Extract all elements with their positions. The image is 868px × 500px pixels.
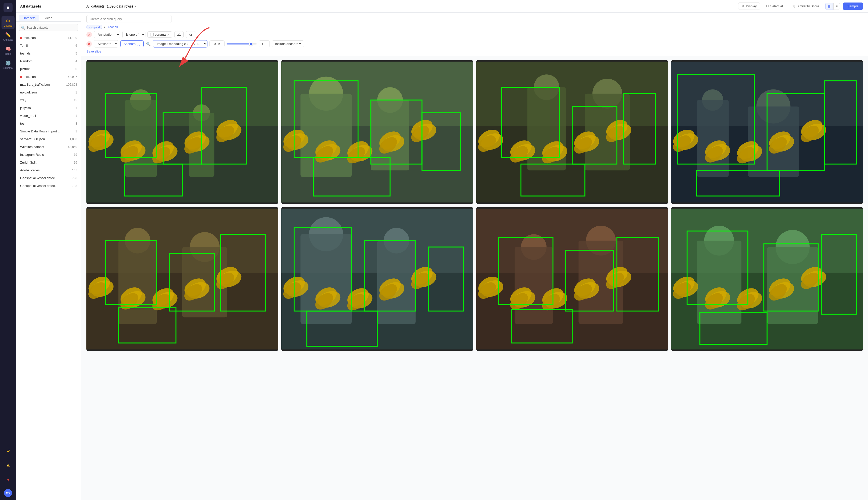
dataset-list-item[interactable]: test.json 61,190 — [16, 34, 81, 42]
or-button[interactable]: or — [186, 31, 196, 38]
dataset-title-text: All datasets (1,396 data rows) — [86, 4, 133, 8]
svg-rect-186 — [697, 241, 741, 324]
search-icon: 🔍 — [21, 26, 25, 30]
dataset-list-item[interactable]: Simple Data Rows import ... 1 — [16, 127, 81, 135]
sidebar: All datasets Datasets Slices 🔍 test.json… — [16, 0, 81, 500]
dataset-list-item[interactable]: vidoe_mp4 1 — [16, 112, 81, 120]
gallery-item[interactable] — [281, 60, 473, 204]
svg-rect-30 — [300, 94, 351, 177]
dataset-list-item[interactable]: picture 0 — [16, 65, 81, 73]
gallery-item[interactable] — [476, 60, 668, 204]
annotate-icon: ✏️ — [5, 32, 11, 38]
filter-field-1-select[interactable]: Annotation — [94, 31, 120, 38]
dataset-list-item[interactable]: Adobe Pages 167 — [16, 166, 81, 174]
view-toggle: ⊞ ≡ — [825, 3, 840, 10]
tab-slices[interactable]: Slices — [40, 14, 56, 21]
filter-operator-1-select[interactable]: is one of — [122, 31, 146, 38]
nav-item-label: Annotate — [3, 38, 13, 41]
dark-mode-button[interactable]: 🌙 — [1, 444, 14, 457]
similarity-slider-wrap — [227, 44, 257, 45]
embedding-select[interactable]: Image Embedding (CLIP ViT... — [153, 40, 207, 47]
help-button[interactable]: ❓ — [1, 474, 14, 487]
svg-rect-82 — [697, 100, 729, 177]
nav-item-label: Schema — [3, 67, 13, 69]
header-actions: 👁 Display ☐ Select all ⇅ Similarity Scor… — [738, 2, 863, 10]
dataset-list-item[interactable]: jellyfish 1 — [16, 104, 81, 112]
tab-datasets[interactable]: Datasets — [19, 14, 39, 21]
sidebar-item-model[interactable]: 🧠 Model — [1, 44, 14, 57]
grid-view-button[interactable]: ⊞ — [825, 3, 833, 10]
count-input[interactable]: 1 — [259, 41, 270, 47]
eye-icon: 👁 — [741, 4, 745, 8]
remove-filter-2-button[interactable]: ✕ — [86, 41, 92, 47]
checkbox-icon: ☐ — [766, 4, 769, 8]
error-dot — [20, 76, 22, 78]
sidebar-tabs: Datasets Slices — [16, 13, 81, 22]
gte-button[interactable]: ≥1 — [174, 31, 183, 38]
nav-bar: ■ 🗂 Catalog ✏️ Annotate 🧠 Model ⚙️ Schem… — [0, 0, 16, 500]
dataset-list-item[interactable]: Tomiii 6 — [16, 42, 81, 49]
similarity-slider[interactable] — [227, 44, 257, 45]
dataset-list-item[interactable]: xray 15 — [16, 96, 81, 104]
svg-rect-4 — [125, 100, 157, 177]
dataset-list-item[interactable]: Instagram Reels 19 — [16, 151, 81, 159]
avatar[interactable]: MV — [4, 489, 12, 497]
main-content: All datasets (1,396 data rows) ▾ 👁 Displ… — [81, 0, 868, 500]
sample-button[interactable]: Sample — [843, 2, 863, 10]
save-slice-button[interactable]: Save slice — [86, 48, 101, 55]
svg-rect-158 — [476, 208, 668, 273]
sidebar-item-catalog[interactable]: 🗂 Catalog — [1, 16, 14, 29]
dataset-list-item[interactable]: Random 4 — [16, 57, 81, 65]
svg-rect-108 — [118, 241, 157, 324]
gallery-area — [81, 56, 868, 500]
similarity-score-button[interactable]: ⇅ Similarity Score — [789, 3, 822, 10]
clear-all-button[interactable]: Clear all — [107, 25, 118, 29]
dataset-list-item[interactable]: Geospatial vessel detec... 798 — [16, 182, 81, 190]
display-button[interactable]: 👁 Display — [738, 2, 760, 10]
nav-item-label: Model — [4, 53, 11, 55]
filter-bar: 2 applied ▾ Clear all ✕ Annotation is on… — [81, 13, 868, 56]
search-query-input[interactable] — [86, 15, 172, 23]
filter-row-2: ✕ Similar to Anchors (2) 🔍 Image Embeddi… — [86, 40, 863, 47]
moon-icon: 🌙 — [7, 449, 10, 452]
gallery-item[interactable] — [671, 207, 863, 351]
gallery-item[interactable] — [86, 207, 278, 351]
list-view-button[interactable]: ≡ — [833, 3, 840, 10]
gallery-item[interactable] — [86, 60, 278, 204]
notifications-button[interactable]: 🔔 — [1, 459, 14, 472]
dataset-list-item[interactable]: Zurich Split 16 — [16, 159, 81, 166]
remove-filter-1-button[interactable]: ✕ — [86, 32, 92, 37]
score-input[interactable]: 0.85 — [209, 41, 224, 47]
dataset-list-item[interactable]: santa-x1000.json 1,000 — [16, 135, 81, 143]
search-input[interactable] — [19, 24, 78, 31]
banana-label: banana — [155, 33, 165, 36]
dataset-list-item[interactable]: test 8 — [16, 120, 81, 127]
banana-checkbox[interactable] — [150, 33, 154, 36]
chevron-down-icon: ▾ — [299, 42, 301, 46]
applied-count-badge: 2 applied — [86, 25, 102, 30]
main-panel: All datasets (1,396 data rows) ▾ 👁 Displ… — [81, 0, 868, 500]
dataset-title[interactable]: All datasets (1,396 data rows) ▾ — [86, 4, 136, 8]
remove-banana-button[interactable]: ✕ — [167, 33, 170, 36]
dataset-list-item[interactable]: test_ds 5 — [16, 49, 81, 57]
dataset-list-item[interactable]: Geospatial vessel detec... 798 — [16, 174, 81, 182]
filter-value-tag: banana ✕ — [148, 31, 172, 38]
include-anchors-button[interactable]: Include anchors ▾ — [272, 41, 304, 47]
dataset-list-item[interactable]: upload.json 1 — [16, 89, 81, 96]
gallery-item[interactable] — [671, 60, 863, 204]
dataset-list-item[interactable]: test.json 52,927 — [16, 73, 81, 81]
sidebar-item-schema[interactable]: ⚙️ Schema — [1, 58, 14, 71]
dataset-list: test.json 61,190 Tomiii 6 test_ds 5 Rand… — [16, 34, 81, 500]
filter-field-2-select[interactable]: Similar to — [94, 40, 118, 47]
dataset-list-item[interactable]: Wildfires dataset 42,850 — [16, 143, 81, 151]
bell-icon: 🔔 — [7, 464, 10, 467]
dataset-list-item[interactable]: mapillary_traffic.json 105,803 — [16, 81, 81, 89]
model-icon: 🧠 — [5, 46, 11, 52]
gallery-item[interactable] — [281, 207, 473, 351]
anchors-button[interactable]: Anchors (2) — [120, 41, 144, 47]
sidebar-item-annotate[interactable]: ✏️ Annotate — [1, 30, 14, 43]
nav-item-label: Catalog — [4, 24, 12, 27]
gallery-item[interactable] — [476, 207, 668, 351]
select-all-button[interactable]: ☐ Select all — [763, 3, 787, 10]
nav-logo[interactable]: ■ — [3, 3, 13, 12]
